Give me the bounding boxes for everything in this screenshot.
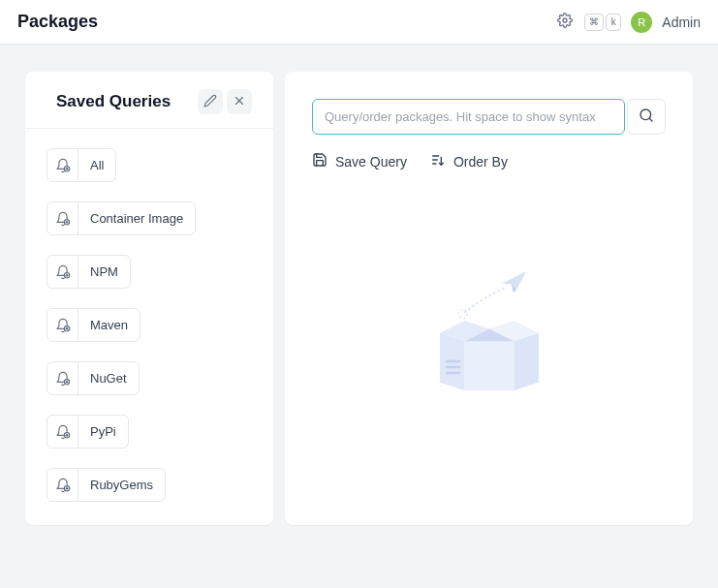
- bell-plus-icon: [47, 416, 78, 448]
- header-right: ⌘ k R Admin: [555, 12, 701, 33]
- saved-query-label: NuGet: [78, 362, 139, 394]
- empty-box-icon: [407, 255, 572, 423]
- svg-rect-39: [445, 366, 459, 369]
- edit-queries-button[interactable]: [198, 89, 223, 114]
- page-title: Packages: [17, 12, 98, 32]
- saved-query-label: NPM: [78, 256, 130, 288]
- shortcut-hint[interactable]: ⌘ k: [584, 14, 621, 31]
- saved-queries-list: All Container Image NPM Maven: [25, 129, 273, 525]
- saved-query-npm[interactable]: NPM: [47, 255, 131, 289]
- svg-marker-36: [464, 341, 514, 390]
- saved-query-rubygems[interactable]: RubyGems: [47, 468, 166, 502]
- action-row: Save Query Order By: [312, 150, 666, 172]
- main-card: Save Query Order By: [285, 72, 693, 525]
- svg-line-25: [649, 118, 652, 121]
- saved-query-label: RubyGems: [78, 469, 165, 501]
- save-icon: [312, 152, 328, 170]
- empty-state: [312, 172, 666, 506]
- saved-query-label: Maven: [78, 309, 140, 341]
- content: Saved Queries All: [0, 45, 718, 552]
- saved-queries-title: Saved Queries: [56, 92, 171, 111]
- gear-icon: [557, 13, 573, 31]
- bell-plus-icon: [47, 362, 78, 394]
- header: Packages ⌘ k R Admin: [0, 0, 718, 45]
- saved-query-label: Container Image: [78, 202, 195, 234]
- clear-queries-button[interactable]: [227, 89, 252, 114]
- avatar[interactable]: R: [631, 12, 652, 33]
- pencil-icon: [203, 94, 217, 110]
- saved-query-pypi[interactable]: PyPi: [47, 415, 129, 449]
- bell-plus-icon: [47, 469, 78, 501]
- saved-query-all[interactable]: All: [47, 148, 116, 182]
- kbd-key: k: [606, 14, 621, 31]
- saved-queries-card: Saved Queries All: [25, 72, 273, 525]
- svg-marker-29: [501, 271, 526, 290]
- saved-queries-actions: [198, 89, 252, 114]
- bell-plus-icon: [47, 256, 78, 288]
- saved-query-container-image[interactable]: Container Image: [47, 201, 196, 235]
- saved-queries-header: Saved Queries: [25, 72, 273, 129]
- svg-point-0: [563, 18, 567, 22]
- svg-marker-37: [514, 333, 539, 391]
- search-input[interactable]: [312, 99, 625, 135]
- svg-rect-40: [445, 372, 459, 375]
- bell-plus-icon: [47, 149, 78, 181]
- user-name[interactable]: Admin: [662, 15, 701, 30]
- close-icon: [233, 94, 246, 110]
- saved-query-nuget[interactable]: NuGet: [47, 361, 140, 395]
- save-query-label: Save Query: [335, 154, 407, 170]
- save-query-button[interactable]: Save Query: [312, 150, 407, 172]
- svg-rect-38: [445, 360, 459, 363]
- bell-plus-icon: [47, 309, 78, 341]
- svg-point-31: [458, 310, 467, 319]
- kbd-cmd: ⌘: [584, 14, 604, 31]
- search-row: [312, 99, 666, 135]
- order-by-button[interactable]: Order By: [430, 150, 508, 172]
- saved-query-maven[interactable]: Maven: [47, 308, 140, 342]
- settings-button[interactable]: [555, 13, 575, 32]
- saved-query-label: All: [78, 149, 115, 181]
- search-icon: [639, 108, 654, 126]
- bell-plus-icon: [47, 202, 78, 234]
- avatar-initial: R: [638, 16, 645, 28]
- order-by-label: Order By: [453, 154, 508, 170]
- search-button[interactable]: [627, 99, 666, 135]
- sort-icon: [430, 152, 446, 170]
- saved-query-label: PyPi: [78, 416, 128, 448]
